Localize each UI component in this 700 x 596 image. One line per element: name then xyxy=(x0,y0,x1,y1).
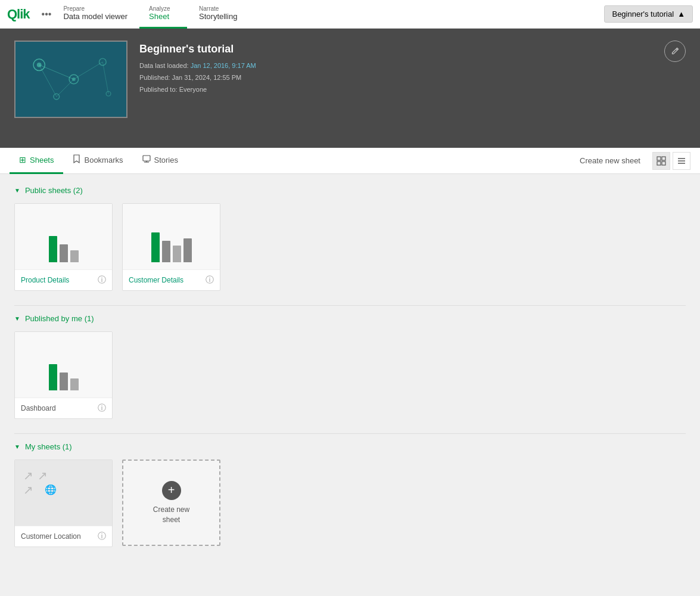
section-header-public-sheets[interactable]: ▼ Public sheets (2) xyxy=(14,186,686,195)
published-date: Published: Jan 31, 2024, 12:55 PM xyxy=(139,72,256,84)
section-header-my-sheets[interactable]: ▼ My sheets (1) xyxy=(14,442,686,451)
sheet-name: Customer Details xyxy=(129,276,183,284)
bar xyxy=(60,372,68,390)
chevron-up-icon: ▲ xyxy=(677,10,685,18)
tab-stories[interactable]: Stories xyxy=(133,148,188,174)
bar xyxy=(151,232,160,262)
list-view-button[interactable] xyxy=(673,152,690,170)
tabs-bar: ⊞ Sheets Bookmarks Stories Create new sh… xyxy=(0,148,700,174)
sheet-name: Product Details xyxy=(21,276,69,284)
globe-icon: 🌐 xyxy=(45,484,57,495)
section-published-by-me: ▼ Published by me (1) Dashboard ⓘ xyxy=(14,314,686,419)
bar xyxy=(49,364,57,390)
sheet-preview-product-details xyxy=(15,204,112,269)
svg-rect-19 xyxy=(662,162,665,165)
svg-rect-0 xyxy=(16,42,126,117)
nav-narrate[interactable]: Narrate Storytelling xyxy=(189,0,247,29)
info-icon[interactable]: ⓘ xyxy=(98,275,106,285)
sheet-footer-dashboard: Dashboard ⓘ xyxy=(15,398,112,418)
sheet-footer-product-details: Product Details ⓘ xyxy=(15,269,112,290)
nav-prepare[interactable]: Prepare Data model viewer xyxy=(54,0,137,29)
bar xyxy=(60,244,68,262)
sheet-card-product-details[interactable]: Product Details ⓘ xyxy=(14,203,113,291)
svg-rect-18 xyxy=(657,162,661,165)
app-title: Beginner's tutorial xyxy=(139,43,256,55)
export-icon-3: ↗ xyxy=(23,483,33,497)
sheets-icon: ⊞ xyxy=(19,155,26,164)
more-options-icon[interactable]: ••• xyxy=(42,9,52,20)
sheet-name: Dashboard xyxy=(21,404,56,412)
bar xyxy=(173,246,181,262)
sheet-name: Customer Location xyxy=(21,532,81,541)
info-icon[interactable]: ⓘ xyxy=(206,275,214,285)
qlik-logo-text: Qlik xyxy=(7,7,30,22)
svg-rect-13 xyxy=(143,156,150,161)
published-to: Published to: Everyone xyxy=(139,84,256,96)
info-icon[interactable]: ⓘ xyxy=(98,531,106,542)
export-icon: ↗ xyxy=(23,468,33,483)
view-toggle xyxy=(652,152,690,170)
bar xyxy=(183,238,192,262)
section-my-sheets: ▼ My sheets (1) ↗ ↗ 🌐 ↗ Customer Locatio… xyxy=(14,442,686,547)
svg-rect-17 xyxy=(662,157,665,160)
sheet-preview-customer-location: ↗ ↗ 🌐 ↗ xyxy=(15,460,112,526)
sheet-footer-customer-location: Customer Location ⓘ xyxy=(15,526,112,547)
tutorial-button[interactable]: Beginner's tutorial ▲ xyxy=(604,5,693,23)
sheet-card-customer-location[interactable]: ↗ ↗ 🌐 ↗ Customer Location ⓘ xyxy=(14,460,113,547)
app-info: Beginner's tutorial Data last loaded: Ja… xyxy=(139,41,256,95)
create-new-sheet-card[interactable]: + Create newsheet xyxy=(122,460,220,546)
public-sheets-grid: Product Details ⓘ Customer Details ⓘ xyxy=(14,203,686,291)
stories-icon xyxy=(142,155,151,165)
published-by-me-grid: Dashboard ⓘ xyxy=(14,331,686,419)
app-meta: Data last loaded: Jan 12, 2016, 9:17 AM … xyxy=(139,60,256,95)
nav-analyze[interactable]: Analyze Sheet xyxy=(139,0,187,29)
bar xyxy=(49,236,57,262)
chevron-down-icon: ▼ xyxy=(14,443,20,450)
tab-sheets[interactable]: ⊞ Sheets xyxy=(10,148,63,174)
export-icon-2: ↗ xyxy=(38,468,48,483)
sheet-preview-dashboard xyxy=(15,332,112,398)
grid-view-button[interactable] xyxy=(652,152,670,170)
plus-icon: + xyxy=(162,481,181,500)
edit-button[interactable] xyxy=(664,41,686,62)
create-new-sheet-label: Create newsheet xyxy=(153,505,189,525)
pencil-icon xyxy=(670,46,680,56)
chevron-down-icon: ▼ xyxy=(14,187,20,194)
app-header: Beginner's tutorial Data last loaded: Ja… xyxy=(0,29,700,148)
svg-rect-16 xyxy=(657,157,661,160)
info-icon[interactable]: ⓘ xyxy=(98,403,106,414)
my-sheets-grid: ↗ ↗ 🌐 ↗ Customer Location ⓘ + Create new… xyxy=(14,460,686,547)
create-new-sheet-button[interactable]: Create new sheet xyxy=(575,154,645,167)
top-navigation: Qlik ••• Prepare Data model viewer Analy… xyxy=(0,0,700,29)
section-header-published-by-me[interactable]: ▼ Published by me (1) xyxy=(14,314,686,323)
sheet-card-dashboard[interactable]: Dashboard ⓘ xyxy=(14,331,113,419)
app-thumbnail xyxy=(14,41,127,118)
sheet-card-customer-details[interactable]: Customer Details ⓘ xyxy=(122,203,220,291)
bar xyxy=(70,250,79,262)
svg-point-2 xyxy=(37,63,42,67)
bookmarks-icon xyxy=(73,154,80,165)
sheet-footer-customer-details: Customer Details ⓘ xyxy=(123,269,220,290)
sheet-preview-customer-details xyxy=(123,204,220,269)
list-icon xyxy=(677,156,686,166)
chevron-down-icon: ▼ xyxy=(14,315,20,322)
grid-icon xyxy=(657,156,666,166)
bar xyxy=(162,241,170,262)
section-public-sheets: ▼ Public sheets (2) Product Details ⓘ xyxy=(14,186,686,291)
qlik-logo[interactable]: Qlik xyxy=(7,7,30,22)
content-area: ▼ Public sheets (2) Product Details ⓘ xyxy=(0,174,700,573)
bar xyxy=(70,378,79,390)
tab-bookmarks[interactable]: Bookmarks xyxy=(63,148,132,174)
data-loaded-date: Data last loaded: Jan 12, 2016, 9:17 AM xyxy=(139,60,256,72)
